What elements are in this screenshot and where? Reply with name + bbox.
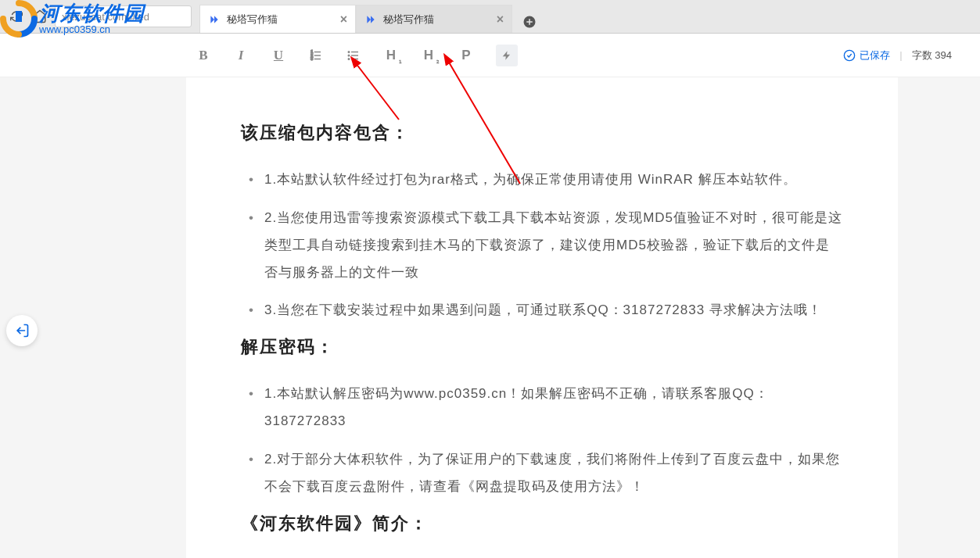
underline-button[interactable]: U xyxy=(271,48,286,63)
url-text: xiezuocat.com/#/ed xyxy=(62,11,149,23)
section-heading: 该压缩包内容包含： xyxy=(241,121,843,145)
list: 1.本站默认软件经过打包为rar格式，为确保正常使用请使用 WinRAR 解压本… xyxy=(241,166,843,324)
word-count: 字数 394 xyxy=(912,48,952,63)
svg-point-13 xyxy=(845,50,855,60)
exit-icon xyxy=(14,323,30,338)
saved-label: 已保存 xyxy=(860,48,890,63)
heading1-button[interactable]: H xyxy=(383,48,399,63)
browser-tab[interactable]: 秘塔写作猫 × xyxy=(356,5,512,33)
home-icon[interactable] xyxy=(31,8,48,25)
saved-status: 已保存 xyxy=(843,48,890,63)
tab-strip: 秘塔写作猫 × 秘塔写作猫 × xyxy=(199,0,540,33)
sidebar-toggle-button[interactable] xyxy=(6,315,38,346)
tab-title: 秘塔写作猫 xyxy=(383,13,434,27)
heading2-button[interactable]: H xyxy=(421,48,436,63)
bold-button[interactable]: B xyxy=(196,48,211,63)
editor-toolbar: B I U 123 H H P 已保存 | 字数 394 xyxy=(0,34,980,77)
list-item: 1.本站默认解压密码为www.pc0359.cn！如果解压密码不正确，请联系客服… xyxy=(264,381,843,435)
status-divider: | xyxy=(899,49,902,61)
close-icon[interactable]: × xyxy=(340,13,347,27)
reload-icon[interactable] xyxy=(8,8,25,25)
browser-top-bar: xiezuocat.com/#/ed 秘塔写作猫 × 秘塔写作猫 × xyxy=(0,0,980,34)
svg-point-12 xyxy=(348,58,350,59)
format-buttons: B I U 123 H H P xyxy=(196,45,518,66)
italic-button[interactable]: I xyxy=(233,48,249,63)
section-heading: 解压密码： xyxy=(241,335,843,359)
svg-text:3: 3 xyxy=(311,56,313,61)
svg-point-10 xyxy=(348,51,350,52)
tab-favicon-icon xyxy=(364,13,377,26)
editor-content[interactable]: 该压缩包内容包含： 1.本站默认软件经过打包为rar格式，为确保正常使用请使用 … xyxy=(186,77,898,558)
flash-button[interactable] xyxy=(496,45,518,66)
url-bar[interactable]: xiezuocat.com/#/ed xyxy=(55,5,192,27)
section-heading: 《河东软件园》简介： xyxy=(241,512,843,535)
paragraph-button[interactable]: P xyxy=(458,48,474,63)
status-bar: 已保存 | 字数 394 xyxy=(843,48,952,63)
list-item: 2.对于部分大体积软件，为了保证用户的下载速度，我们将附件上传到了百度云盘中，如… xyxy=(264,446,843,501)
tab-title: 秘塔写作猫 xyxy=(227,13,278,27)
ordered-list-button[interactable]: 123 xyxy=(308,48,324,63)
nav-buttons xyxy=(8,8,48,25)
list-item: 2.当您使用迅雷等搜索资源模式下载工具下载本站资源，发现MD5值验证不对时，很可… xyxy=(264,205,843,287)
unordered-list-button[interactable] xyxy=(346,48,361,63)
app-area: B I U 123 H H P 已保存 | 字数 394 xyxy=(0,34,980,558)
close-icon[interactable]: × xyxy=(497,13,504,27)
list-item: 1.本站默认软件经过打包为rar格式，为确保正常使用请使用 WinRAR 解压本… xyxy=(264,166,843,194)
svg-point-11 xyxy=(348,55,350,56)
add-tab-button[interactable] xyxy=(519,11,540,33)
check-circle-icon xyxy=(843,49,856,62)
tab-favicon-icon xyxy=(208,13,221,26)
browser-tab[interactable]: 秘塔写作猫 × xyxy=(199,5,356,33)
list: 1.本站默认解压密码为www.pc0359.cn！如果解压密码不正确，请联系客服… xyxy=(241,381,843,500)
list-item: 3.当您在下载安装过程中如果遇到问题，可通过联系QQ：3187272833 寻求… xyxy=(264,297,843,324)
